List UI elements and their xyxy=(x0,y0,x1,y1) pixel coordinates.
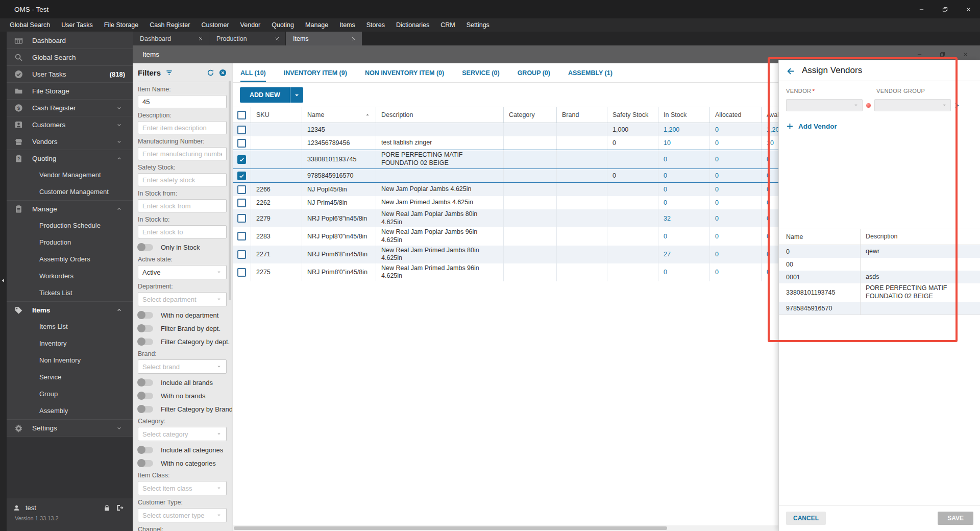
description-input[interactable] xyxy=(138,121,227,134)
refresh-filters-button[interactable] xyxy=(207,69,214,77)
scrollbar-thumb[interactable] xyxy=(234,526,667,530)
vendor-row[interactable]: 9785845916570 xyxy=(779,302,980,315)
manufacturing-number-input[interactable] xyxy=(138,147,227,160)
toggle-pill[interactable] xyxy=(138,339,153,345)
row-checkbox[interactable] xyxy=(237,232,246,240)
tab-items[interactable]: Items xyxy=(286,32,362,45)
column-header-name[interactable]: Name xyxy=(302,107,376,123)
tab-production[interactable]: Production xyxy=(209,32,286,45)
menu-item-vendor[interactable]: Vendor xyxy=(235,21,266,29)
vendor-select[interactable] xyxy=(786,99,863,111)
sidebar-item-dashboard[interactable]: Dashboard xyxy=(7,32,133,49)
sidebar-item-vendors[interactable]: Vendors xyxy=(7,133,133,150)
sidebar-item-vendor-management[interactable]: Vendor Management xyxy=(7,166,133,183)
add-new-button[interactable]: ADD NEW xyxy=(240,87,290,103)
toggle-pill[interactable] xyxy=(138,379,153,386)
with-no-categories-toggle[interactable]: With no categories xyxy=(138,458,227,468)
minimize-button[interactable] xyxy=(910,0,933,18)
type-tab-service-0[interactable]: SERVICE (0) xyxy=(462,63,499,82)
toggle-pill[interactable] xyxy=(138,312,153,319)
customer-type-select[interactable]: Select customer type xyxy=(138,508,227,522)
item-name-input[interactable] xyxy=(138,95,227,108)
clear-filters-button[interactable] xyxy=(219,69,227,77)
filters-scrollbar-thumb[interactable] xyxy=(229,81,231,300)
menu-item-dictionaries[interactable]: Dictionaries xyxy=(390,21,435,29)
column-header-sku[interactable]: SKU xyxy=(251,107,302,123)
menu-item-crm[interactable]: CRM xyxy=(435,21,460,29)
toggle-pill[interactable] xyxy=(138,406,153,413)
add-new-dropdown-button[interactable] xyxy=(290,87,303,103)
sidebar-item-production[interactable]: Production xyxy=(7,234,133,251)
toggle-pill[interactable] xyxy=(138,244,153,251)
sidebar-item-manage[interactable]: Manage xyxy=(7,200,133,217)
menu-item-global-search[interactable]: Global Search xyxy=(4,21,56,29)
sidebar-item-non-inventory[interactable]: Non Inventory xyxy=(7,352,133,369)
close-icon[interactable] xyxy=(274,36,280,42)
column-header-safety-stock[interactable]: Safety Stock xyxy=(607,107,658,123)
column-header-description[interactable]: Description xyxy=(376,107,504,123)
menu-item-settings[interactable]: Settings xyxy=(461,21,495,29)
include-all-brands-toggle[interactable]: Include all brands xyxy=(138,378,227,387)
with-no-department-toggle[interactable]: With no department xyxy=(138,310,227,320)
menu-item-items[interactable]: Items xyxy=(334,21,361,29)
type-tab-group-0[interactable]: GROUP (0) xyxy=(518,63,550,82)
sidebar-item-cash-register[interactable]: $Cash Register xyxy=(7,99,133,116)
sidebar-item-customers[interactable]: Customers xyxy=(7,116,133,133)
sidebar-item-user-tasks[interactable]: User Tasks(818) xyxy=(7,65,133,82)
filter-category-by-brand-toggle[interactable]: Filter Category by Brand xyxy=(138,404,227,414)
sidebar-item-file-storage[interactable]: File Storage xyxy=(7,82,133,99)
row-checkbox[interactable] xyxy=(237,250,246,259)
in-stock-from-input[interactable] xyxy=(138,199,227,212)
menu-item-manage[interactable]: Manage xyxy=(300,21,334,29)
vendor-row[interactable]: 0qewr xyxy=(779,245,980,258)
in-stock-to-input[interactable] xyxy=(138,225,227,238)
type-tab-non-inventory-item-0[interactable]: NON INVENTORY ITEM (0) xyxy=(365,63,444,82)
toggle-pill[interactable] xyxy=(138,460,153,467)
close-icon[interactable] xyxy=(198,36,204,42)
select-all-header[interactable] xyxy=(233,107,251,123)
row-checkbox[interactable] xyxy=(237,214,246,223)
vendor-column-header-name[interactable]: Name xyxy=(779,229,861,245)
row-checkbox[interactable] xyxy=(237,199,246,207)
lock-button[interactable] xyxy=(103,504,111,512)
sidebar-item-quoting[interactable]: ?Quoting xyxy=(7,150,133,166)
brand-select[interactable]: Select brand xyxy=(138,359,227,374)
sidebar-item-assembly[interactable]: Assembly xyxy=(7,402,133,419)
sidebar-item-production-schedule[interactable]: Production Schedule xyxy=(7,217,133,234)
sidebar-item-settings[interactable]: Settings xyxy=(7,419,133,436)
vendor-group-select[interactable] xyxy=(874,99,951,111)
cancel-button[interactable]: CANCEL xyxy=(786,512,826,525)
vendor-row[interactable]: 0001asds xyxy=(779,271,980,283)
row-checkbox[interactable] xyxy=(237,126,246,134)
save-button[interactable]: SAVE xyxy=(938,512,973,525)
sidebar-item-assembly-orders[interactable]: Assembly Orders xyxy=(7,251,133,268)
row-checkbox[interactable] xyxy=(237,172,246,180)
close-button[interactable] xyxy=(957,0,980,18)
with-no-brands-toggle[interactable]: With no brands xyxy=(138,391,227,400)
sidebar-collapse-button[interactable] xyxy=(1,278,6,283)
type-tab-inventory-item-9[interactable]: INVENTORY ITEM (9) xyxy=(284,63,347,82)
type-tab-assembly-1[interactable]: ASSEMBLY (1) xyxy=(568,63,612,82)
only-in-stock-toggle[interactable]: Only in Stock xyxy=(138,243,227,252)
select-all-checkbox[interactable] xyxy=(237,111,246,119)
column-header-in-stock[interactable]: In Stock xyxy=(658,107,710,123)
tab-dashboard[interactable]: Dashboard xyxy=(133,32,209,45)
include-all-categories-toggle[interactable]: Include all categories xyxy=(138,445,227,454)
toggle-pill[interactable] xyxy=(138,447,153,453)
back-button[interactable] xyxy=(786,66,795,75)
menu-item-customer[interactable]: Customer xyxy=(195,21,234,29)
toggle-pill[interactable] xyxy=(138,393,153,399)
department-select[interactable]: Select department xyxy=(138,292,227,306)
filter-brand-by-dept-toggle[interactable]: Filter Brand by dept. xyxy=(138,324,227,333)
column-header-allocated[interactable]: Allocated xyxy=(710,107,762,123)
filter-category-by-dept-toggle[interactable]: Filter Category by dept. xyxy=(138,337,227,346)
column-header-category[interactable]: Category xyxy=(504,107,557,123)
row-checkbox[interactable] xyxy=(237,185,246,194)
item-class-select[interactable]: Select item class xyxy=(138,481,227,495)
row-checkbox[interactable] xyxy=(237,139,246,148)
sidebar-item-items-list[interactable]: Items List xyxy=(7,318,133,335)
row-checkbox[interactable] xyxy=(237,268,246,277)
chevron-right-icon[interactable] xyxy=(953,102,960,109)
vendor-row[interactable]: 33808101193745PORE PERFECTING MATIF FOUN… xyxy=(779,283,980,302)
column-header-brand[interactable]: Brand xyxy=(557,107,607,123)
